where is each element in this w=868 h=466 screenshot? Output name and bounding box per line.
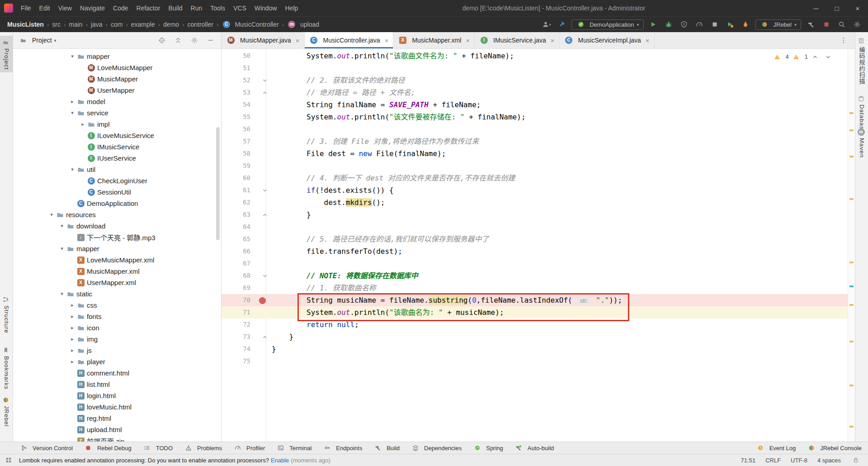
breadcrumb-upload[interactable]: mupload <box>287 21 319 29</box>
hide-icon[interactable] <box>207 37 214 44</box>
line-number[interactable]: 70 <box>222 294 255 306</box>
line-number[interactable]: 61 <box>222 184 255 196</box>
right-chevron-icon[interactable]: ▸ <box>79 121 86 127</box>
menu-navigate[interactable]: Navigate <box>76 0 109 16</box>
right-chevron-icon[interactable]: ▸ <box>69 302 76 308</box>
tree-item-icon[interactable]: ▸icon <box>13 322 221 333</box>
settings-icon[interactable] <box>190 37 198 44</box>
jrebel-run-button[interactable] <box>725 19 736 30</box>
down-chevron-icon[interactable]: ▾ <box>58 291 66 297</box>
tree-item-usermapper-xml[interactable]: XUserMapper.xml <box>13 277 221 288</box>
menu-run[interactable]: Run <box>187 0 207 16</box>
more-tabs-icon[interactable] <box>840 37 847 44</box>
line-number[interactable]: 68 <box>222 270 255 282</box>
breadcrumb-example[interactable]: example <box>131 21 155 28</box>
right-chevron-icon[interactable]: ▸ <box>69 347 76 353</box>
gutter[interactable] <box>255 319 270 331</box>
line-number[interactable]: 56 <box>222 123 255 135</box>
right-chevron-icon[interactable]: ▸ <box>69 359 76 365</box>
weak-warning-count[interactable]: 1 <box>804 53 808 60</box>
tree-item-service[interactable]: ▾service <box>13 107 221 119</box>
close-tab-icon[interactable]: × <box>296 37 300 44</box>
menu-edit[interactable]: Edit <box>35 0 54 16</box>
minimize-button[interactable]: ─ <box>806 0 826 16</box>
gutter[interactable] <box>255 111 270 123</box>
close-tab-icon[interactable]: × <box>551 37 555 44</box>
tree-item-usermapper[interactable]: MUserMapper <box>13 85 221 96</box>
tree-item-musicmapper[interactable]: MMusicMapper <box>13 73 221 85</box>
stripe-maven[interactable]: mMaven <box>855 125 868 163</box>
down-chevron-icon[interactable]: ▾ <box>58 246 66 252</box>
close-tab-icon[interactable]: × <box>466 37 470 44</box>
line-number[interactable]: 63 <box>222 209 255 221</box>
gutter[interactable] <box>255 99 270 111</box>
stripe-mark[interactable] <box>849 262 854 263</box>
enable-link[interactable]: Enable <box>271 457 289 464</box>
gutter[interactable] <box>255 50 270 62</box>
tab-musicserviceimpl-java[interactable]: CMusicServiceImpl.java× <box>560 32 655 48</box>
close-button[interactable]: × <box>847 0 868 16</box>
tree-item-iuserservice[interactable]: IIUserService <box>13 152 221 164</box>
gutter[interactable] <box>255 86 270 99</box>
down-chevron-icon[interactable]: ▾ <box>69 53 76 59</box>
toolwindow-dependencies[interactable]: Dependencies <box>410 444 462 452</box>
toolwindow-auto-build[interactable]: Auto-build <box>514 444 554 452</box>
tree-item-list-html[interactable]: Hlist.html <box>13 379 221 390</box>
tree-item-sessionutil[interactable]: CSessionUtil <box>13 186 221 198</box>
tree-item-player[interactable]: ▸player <box>13 356 221 367</box>
toolwindow-rebel-debug[interactable]: Rebel Debug <box>84 444 132 452</box>
breadcrumb-musiccontroller[interactable]: CMusicController <box>222 21 278 29</box>
menu-refactor[interactable]: Refactor <box>132 0 165 16</box>
gutter[interactable] <box>255 331 270 343</box>
line-number[interactable]: 59 <box>222 160 255 172</box>
menu-build[interactable]: Build <box>164 0 186 16</box>
stripe-jrebel[interactable]: JRebel <box>0 393 13 429</box>
tree-item-lovemusic-html[interactable]: HloveMusic.html <box>13 401 221 413</box>
tree-item-mp3[interactable]: ♪下一个天亮 - 郭静.mp3 <box>13 232 221 243</box>
close-tab-icon[interactable]: × <box>385 37 389 44</box>
gutter[interactable] <box>255 62 270 74</box>
stripe-mark[interactable] <box>849 285 854 287</box>
jrebel-select[interactable]: JRebel▾ <box>755 19 802 30</box>
line-number[interactable]: 64 <box>222 221 255 233</box>
stripe-database[interactable]: Database <box>855 92 868 127</box>
tree-item-js[interactable]: ▸js <box>13 345 221 356</box>
tree-item-static[interactable]: ▾static <box>13 288 221 300</box>
menu-window[interactable]: Window <box>250 0 281 16</box>
line-number[interactable]: 60 <box>222 172 255 184</box>
next-problem-icon[interactable] <box>824 53 832 61</box>
down-chevron-icon[interactable]: ▾ <box>48 212 55 218</box>
down-chevron-icon[interactable]: ▾ <box>69 166 76 172</box>
project-pane-title[interactable]: Project <box>32 37 52 44</box>
gutter[interactable] <box>255 123 270 135</box>
menu-vcs[interactable]: VCS <box>229 0 250 16</box>
lock-icon[interactable] <box>852 456 859 464</box>
previous-problem-icon[interactable] <box>811 53 819 61</box>
hammer-button[interactable] <box>805 19 816 30</box>
tree-item-reg-html[interactable]: Hreg.html <box>13 413 221 424</box>
chevron-down-icon[interactable]: ▾ <box>54 38 57 43</box>
stripe-mark[interactable] <box>849 304 854 306</box>
stripe-mark[interactable] <box>849 198 854 200</box>
breadcrumb-demo[interactable]: demo <box>163 21 179 28</box>
menu-file[interactable]: File <box>17 0 35 16</box>
stripe-mark[interactable] <box>849 385 854 386</box>
tab-musiccontroller-java[interactable]: CMusicController.java× <box>305 32 394 48</box>
gutter[interactable] <box>255 245 270 257</box>
line-number[interactable]: 53 <box>222 86 255 99</box>
line-number[interactable]: 72 <box>222 319 255 331</box>
line-number[interactable]: 54 <box>222 99 255 111</box>
gutter[interactable] <box>255 196 270 209</box>
line-number[interactable]: 62 <box>222 196 255 209</box>
error-stripe[interactable] <box>848 49 855 442</box>
down-chevron-icon[interactable]: ▾ <box>69 110 76 116</box>
profiler-button[interactable] <box>694 19 705 30</box>
stripe-item[interactable]: 编码规约扫描 <box>855 34 868 94</box>
tree-item-mapper[interactable]: ▾mapper <box>13 243 221 254</box>
jrebel-debug-button[interactable] <box>740 19 751 30</box>
stripe-mark[interactable] <box>849 112 854 114</box>
tool-window-switcher-icon[interactable] <box>5 456 12 464</box>
line-number[interactable]: 71 <box>222 306 255 319</box>
line-separator[interactable]: CRLF <box>765 457 781 464</box>
search-button[interactable] <box>836 19 847 30</box>
